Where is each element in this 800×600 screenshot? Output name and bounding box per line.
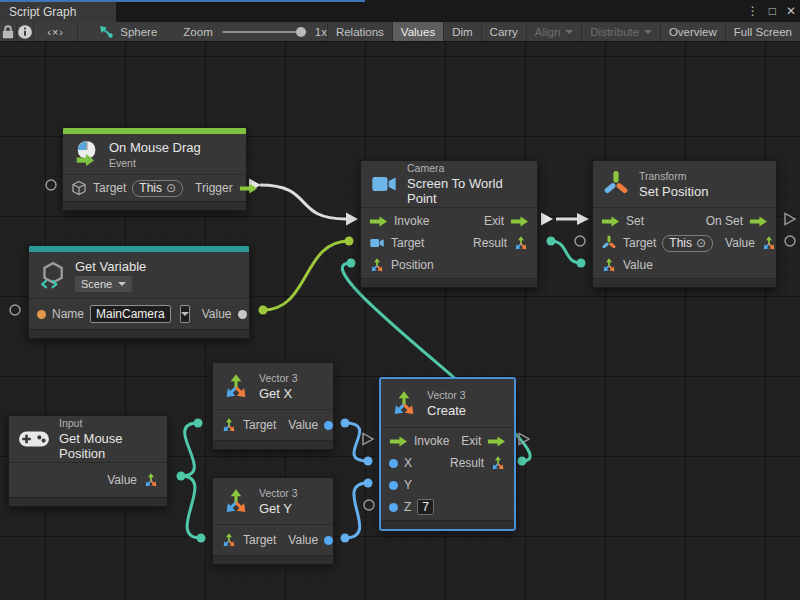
distribute-button[interactable]: Distribute xyxy=(581,22,660,41)
wire-gety-to-create-y[interactable] xyxy=(345,483,368,538)
port-target-label: Target xyxy=(623,236,656,250)
dim-button[interactable]: Dim xyxy=(443,22,480,41)
graph-canvas[interactable]: On Mouse Drag Event Target This⊙ Trigger xyxy=(0,42,800,600)
toolbar-right-group: Relations Values Dim Carry Align Distrib… xyxy=(327,22,800,41)
node-set-position[interactable]: Transform Set Position Set On Set Target… xyxy=(592,160,777,288)
maximize-icon[interactable]: □ xyxy=(769,4,776,18)
overview-button[interactable]: Overview xyxy=(660,22,725,41)
flow-arrow-icon[interactable] xyxy=(510,215,529,228)
values-button[interactable]: Values xyxy=(392,22,443,41)
lock-button[interactable] xyxy=(0,22,17,41)
node-on-mouse-drag[interactable]: On Mouse Drag Event Target This⊙ Trigger xyxy=(62,127,247,211)
node-title: On Mouse Drag xyxy=(109,140,201,155)
vector3-port-icon[interactable] xyxy=(490,455,506,471)
info-button[interactable] xyxy=(17,22,34,41)
vector3-port-icon[interactable] xyxy=(221,532,237,548)
port-trigger-label: Trigger xyxy=(195,181,233,195)
breadcrumb[interactable]: Sphere xyxy=(98,22,157,41)
carry-button[interactable]: Carry xyxy=(481,22,526,41)
vector3-port-icon[interactable] xyxy=(761,235,777,251)
port-exit-label: Exit xyxy=(484,214,504,228)
port-target-label: Target xyxy=(391,236,424,250)
wire-variable-to-camera-target[interactable] xyxy=(263,241,349,310)
vector3-port-icon[interactable] xyxy=(513,235,529,251)
flow-arrow-icon[interactable] xyxy=(389,435,408,448)
tab-script-graph[interactable]: Script Graph xyxy=(0,2,116,22)
node-screen-to-world-point[interactable]: Camera Screen To World Point Invoke Exit… xyxy=(360,160,538,288)
target-picker-icon[interactable]: ⊙ xyxy=(696,237,706,249)
vector3-port-icon[interactable] xyxy=(369,257,385,273)
float-port-icon[interactable] xyxy=(389,459,398,468)
gamepad-icon xyxy=(18,428,50,450)
node-category: Vector 3 xyxy=(427,389,466,401)
window-controls: ⋮ □ ✕ xyxy=(747,0,796,22)
target-picker-icon[interactable]: ⊙ xyxy=(166,182,176,194)
flow-arrow-icon[interactable] xyxy=(601,215,620,228)
script-graph-window: Script Graph ⋮ □ ✕ ‹×› Sphere Zoom 1x Re… xyxy=(0,0,800,600)
port-value-in-label: Value xyxy=(623,258,653,272)
node-get-variable[interactable]: Get Variable Scene Name MainCamera Value xyxy=(28,245,250,339)
node-title: Screen To World Point xyxy=(407,176,527,206)
float-port-icon[interactable] xyxy=(389,503,398,512)
breadcrumb-label: Sphere xyxy=(120,26,157,38)
flow-arrow-icon[interactable] xyxy=(487,435,506,448)
flow-arrow-icon[interactable] xyxy=(749,215,768,228)
zoom-slider[interactable] xyxy=(222,31,306,33)
variable-name-field[interactable]: MainCamera xyxy=(90,305,171,323)
align-button[interactable]: Align xyxy=(526,22,582,41)
port-name-label: Name xyxy=(52,307,84,321)
relations-button[interactable]: Relations xyxy=(327,22,392,41)
close-icon[interactable]: ✕ xyxy=(786,4,796,18)
vector3-icon xyxy=(222,372,250,400)
object-port-icon[interactable] xyxy=(238,310,247,319)
zoom-value: 1x xyxy=(315,26,327,38)
float-port-icon[interactable] xyxy=(324,536,333,545)
flow-arrow-icon[interactable] xyxy=(239,182,258,195)
variable-scope-dropdown[interactable]: Scene xyxy=(75,276,132,292)
port-position-label: Position xyxy=(391,258,434,272)
port-result-label: Result xyxy=(473,236,507,250)
graph-pointer-icon xyxy=(98,24,114,40)
tab-bar: Script Graph ⋮ □ ✕ xyxy=(0,0,800,22)
wire-trigger-to-invoke[interactable] xyxy=(260,185,346,219)
menu-icon[interactable]: ⋮ xyxy=(747,4,759,18)
graph-toolbar: ‹×› Sphere Zoom 1x Relations Values Dim … xyxy=(0,22,800,42)
string-port-icon[interactable] xyxy=(37,310,46,319)
node-footer xyxy=(213,555,333,564)
info-icon xyxy=(17,24,33,40)
lock-icon xyxy=(0,24,16,40)
variable-name-dropdown[interactable] xyxy=(180,305,190,323)
vector3-port-icon[interactable] xyxy=(601,257,617,273)
node-get-mouse-position[interactable]: Input Get Mouse Position Value xyxy=(8,415,168,507)
node-get-x[interactable]: Vector 3 Get X Target Value xyxy=(212,362,334,450)
node-category: Vector 3 xyxy=(259,372,298,384)
this-target-chip[interactable]: This⊙ xyxy=(662,235,713,252)
edit-graph-button[interactable]: ‹×› xyxy=(34,22,78,41)
node-vector3-create[interactable]: Vector 3 Create Invoke Exit X Result xyxy=(380,378,515,530)
flow-arrow-icon[interactable] xyxy=(369,215,388,228)
port-target-label: Target xyxy=(93,181,126,195)
wire-getx-to-create-x[interactable] xyxy=(345,423,368,461)
node-footer xyxy=(9,497,167,506)
port-value-label: Value xyxy=(107,473,137,487)
node-title: Get Y xyxy=(259,501,298,516)
node-get-y[interactable]: Vector 3 Get Y Target Value xyxy=(212,477,334,565)
fullscreen-button[interactable]: Full Screen xyxy=(725,22,800,41)
float-port-icon[interactable] xyxy=(324,421,333,430)
mouse-drag-icon xyxy=(72,140,100,168)
port-onset-label: On Set xyxy=(706,214,743,228)
this-target-chip[interactable]: This⊙ xyxy=(132,180,183,197)
float-port-icon[interactable] xyxy=(389,481,398,490)
camera-port-icon[interactable] xyxy=(369,235,385,251)
vector3-port-icon[interactable] xyxy=(143,472,159,488)
node-category: Camera xyxy=(407,162,527,174)
port-result-label: Result xyxy=(450,456,484,470)
port-x-label: X xyxy=(404,456,412,470)
wire-mouse-to-getx[interactable] xyxy=(181,423,198,476)
zoom-slider-handle[interactable] xyxy=(296,27,306,37)
vector3-port-icon[interactable] xyxy=(221,417,237,433)
gameobject-icon[interactable] xyxy=(71,180,87,196)
transform-port-icon[interactable] xyxy=(601,235,617,251)
z-value-field[interactable]: 7 xyxy=(417,499,434,515)
wire-mouse-to-gety[interactable] xyxy=(181,476,201,538)
